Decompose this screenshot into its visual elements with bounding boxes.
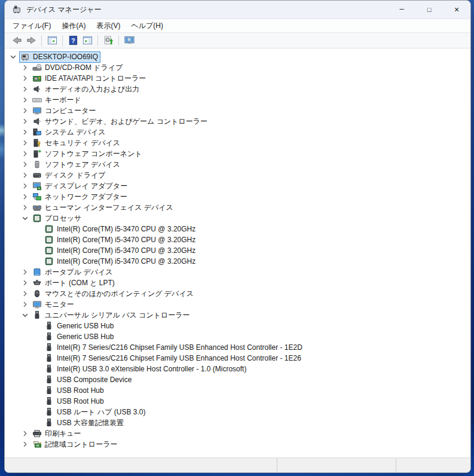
chevron-right-icon[interactable]	[20, 95, 30, 105]
tree-item-content[interactable]: マウスとそのほかのポインティング デバイス	[31, 288, 196, 300]
tree-item[interactable]: Generic USB Hub	[5, 331, 470, 342]
tree-item[interactable]: Intel(R) 7 Series/C216 Chipset Family US…	[5, 353, 470, 364]
tree-item-content[interactable]: Generic USB Hub	[43, 321, 116, 332]
chevron-right-icon[interactable]	[20, 170, 30, 180]
tree-item-content[interactable]: Intel(R) Core(TM) i5-3470 CPU @ 3.20GHz	[43, 256, 198, 267]
chevron-right-icon[interactable]	[20, 117, 30, 126]
chevron-right-icon[interactable]	[20, 203, 30, 212]
tree-item-selected-box[interactable]: DESKTOP-IOO69IQ	[19, 51, 100, 63]
tree-item[interactable]: ディスプレイ アダプター	[5, 181, 470, 191]
chevron-right-icon[interactable]	[20, 63, 30, 72]
tree-item-content[interactable]: 記憶域コントローラー	[31, 439, 120, 450]
tree-item-content[interactable]: USB 大容量記憶装置	[43, 417, 126, 429]
tree-item-content[interactable]: Intel(R) USB 3.0 eXtensible Host Control…	[43, 364, 249, 375]
chevron-right-icon[interactable]	[20, 106, 30, 115]
tree-item-content[interactable]: ネットワーク アダプター	[31, 191, 130, 203]
tree-item[interactable]: USB Composite Device	[5, 374, 470, 385]
tree-item-content[interactable]: オーディオの入力および出力	[31, 84, 142, 95]
chevron-right-icon[interactable]	[20, 278, 30, 288]
tree-item-content[interactable]: ディスク ドライブ	[31, 170, 108, 181]
tree-item[interactable]: ヒューマン インターフェイス デバイス	[5, 202, 470, 213]
tree-item-content[interactable]: キーボード	[31, 94, 84, 106]
chevron-down-icon[interactable]	[20, 213, 30, 223]
tree-item-content[interactable]: プロセッサ	[31, 213, 84, 224]
maximize-button[interactable]: □	[415, 1, 443, 19]
chevron-right-icon[interactable]	[20, 149, 30, 158]
menu-item-action[interactable]: 操作(A)	[56, 20, 91, 32]
tree-item-content[interactable]: セキュリティ デバイス	[31, 138, 123, 149]
tree-item-content[interactable]: ヒューマン インターフェイス デバイス	[31, 202, 176, 213]
tree-item-content[interactable]: システム デバイス	[31, 127, 108, 138]
chevron-right-icon[interactable]	[20, 74, 30, 83]
tree-item[interactable]: Generic USB Hub	[5, 321, 470, 331]
minimize-button[interactable]: –	[388, 1, 415, 19]
chevron-down-icon[interactable]	[8, 52, 18, 62]
tree-item[interactable]: プロセッサ	[5, 213, 470, 224]
tree-item-content[interactable]: USB Root Hub	[43, 396, 106, 407]
device-tree[interactable]: DESKTOP-IOO69IQDVD/CD-ROM ドライブIDE ATA/AT…	[5, 48, 470, 457]
tree-item[interactable]: USB 大容量記憶装置	[5, 417, 470, 428]
tree-item-content[interactable]: USB Composite Device	[43, 374, 134, 386]
tree-item-content[interactable]: モニター	[31, 299, 77, 310]
menu-item-help[interactable]: ヘルプ(H)	[126, 20, 169, 32]
tree-item-content[interactable]: ソフトウェア デバイス	[31, 159, 123, 170]
tree-item-content[interactable]: コンピューター	[31, 105, 98, 117]
tree-item-content[interactable]: Intel(R) 7 Series/C216 Chipset Family US…	[43, 342, 305, 353]
chevron-right-icon[interactable]	[20, 429, 30, 438]
tree-item[interactable]: ポート (COM と LPT)	[5, 277, 470, 288]
tree-item[interactable]: オーディオの入力および出力	[5, 84, 470, 94]
chevron-right-icon[interactable]	[20, 84, 30, 94]
menu-item-file[interactable]: ファイル(F)	[7, 20, 56, 32]
tree-item-content[interactable]: USB Root Hub	[43, 385, 106, 396]
show-console-tree-button[interactable]	[45, 34, 59, 47]
title-bar[interactable]: デバイス マネージャー –□×	[5, 1, 470, 19]
tree-item[interactable]: サウンド、ビデオ、およびゲーム コントローラー	[5, 116, 470, 127]
chevron-right-icon[interactable]	[20, 127, 30, 137]
tree-item-content[interactable]: Intel(R) Core(TM) i5-3470 CPU @ 3.20GHz	[43, 245, 198, 257]
tree-item-content[interactable]: ユニバーサル シリアル バス コントローラー	[31, 310, 192, 321]
tree-item[interactable]: 印刷キュー	[5, 428, 470, 439]
forward-button[interactable]	[25, 34, 38, 47]
tree-item[interactable]: Intel(R) Core(TM) i5-3470 CPU @ 3.20GHz	[5, 234, 470, 245]
tree-item-content[interactable]: 印刷キュー	[31, 428, 84, 440]
scan-hardware-changes-button[interactable]	[102, 34, 115, 47]
tree-item[interactable]: USB Root Hub	[5, 396, 470, 407]
tree-item[interactable]: Intel(R) 7 Series/C216 Chipset Family US…	[5, 342, 470, 353]
tree-item-content[interactable]: USB ルート ハブ (USB 3.0)	[43, 407, 148, 418]
tree-item[interactable]: ソフトウェア デバイス	[5, 159, 470, 170]
tree-item-content[interactable]: Intel(R) 7 Series/C216 Chipset Family US…	[43, 353, 304, 364]
tree-item[interactable]: セキュリティ デバイス	[5, 138, 470, 148]
tree-item-content[interactable]: ポータブル デバイス	[31, 267, 115, 278]
search-computer-button[interactable]	[123, 34, 136, 47]
tree-item[interactable]: システム デバイス	[5, 127, 470, 138]
tree-item-content[interactable]: サウンド、ビデオ、およびゲーム コントローラー	[31, 116, 210, 127]
tree-item[interactable]: モニター	[5, 299, 470, 310]
tree-item[interactable]: マウスとそのほかのポインティング デバイス	[5, 288, 470, 299]
tree-item[interactable]: USB Root Hub	[5, 385, 470, 396]
tree-item-content[interactable]: IDE ATA/ATAPI コントローラー	[31, 73, 148, 84]
tree-item[interactable]: Intel(R) Core(TM) i5-3470 CPU @ 3.20GHz	[5, 256, 470, 267]
tree-item[interactable]: DVD/CD-ROM ドライブ	[5, 62, 470, 73]
tree-item[interactable]: ディスク ドライブ	[5, 170, 470, 181]
chevron-right-icon[interactable]	[20, 138, 30, 148]
tree-item-content[interactable]: ソフトウェア コンポーネント	[31, 148, 145, 160]
tree-item-content[interactable]: ポート (COM と LPT)	[31, 277, 117, 289]
tree-item[interactable]: ポータブル デバイス	[5, 267, 470, 277]
tree-item[interactable]: IDE ATA/ATAPI コントローラー	[5, 73, 470, 84]
tree-item[interactable]: キーボード	[5, 94, 470, 105]
chevron-right-icon[interactable]	[20, 160, 30, 169]
chevron-right-icon[interactable]	[20, 440, 30, 449]
tree-item[interactable]: ソフトウェア コンポーネント	[5, 148, 470, 159]
show-action-pane-button[interactable]	[81, 34, 94, 47]
chevron-down-icon[interactable]	[20, 310, 30, 320]
tree-item[interactable]: 記憶域コントローラー	[5, 439, 470, 450]
tree-item[interactable]: USB ルート ハブ (USB 3.0)	[5, 407, 470, 417]
back-button[interactable]	[10, 34, 23, 47]
menu-item-view[interactable]: 表示(V)	[91, 20, 126, 32]
tree-item[interactable]: ネットワーク アダプター	[5, 191, 470, 202]
tree-item[interactable]: Intel(R) Core(TM) i5-3470 CPU @ 3.20GHz	[5, 224, 470, 234]
chevron-right-icon[interactable]	[20, 181, 30, 191]
chevron-right-icon[interactable]	[20, 267, 30, 277]
tree-item-content[interactable]: Intel(R) Core(TM) i5-3470 CPU @ 3.20GHz	[43, 234, 198, 246]
tree-item-content[interactable]: DVD/CD-ROM ドライブ	[31, 62, 125, 74]
